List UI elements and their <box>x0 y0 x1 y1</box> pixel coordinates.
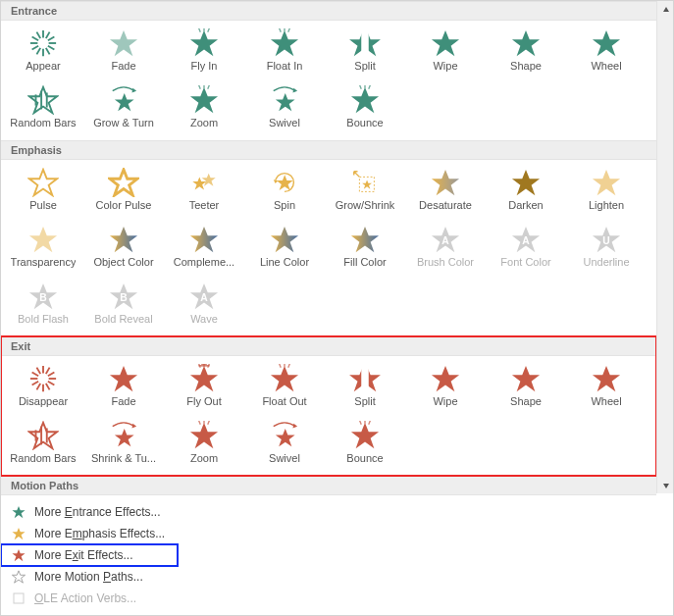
scroll-down-button[interactable] <box>657 477 674 493</box>
emphasis-effect-color-pulse[interactable]: Color Pulse <box>83 164 164 221</box>
effect-label: Random Bars <box>10 452 76 464</box>
star-zoom-icon <box>187 85 221 115</box>
menu-label: More Exit Effects... <box>34 548 133 562</box>
svg-line-24 <box>48 382 54 385</box>
star-solid-icon <box>590 28 623 58</box>
scrollbar-vertical[interactable] <box>656 1 673 493</box>
entrance-effect-appear[interactable]: Appear <box>3 25 83 81</box>
star-swivel-icon <box>268 85 301 115</box>
svg-text:A: A <box>200 292 208 303</box>
exit-effect-wipe[interactable]: Wipe <box>405 360 486 417</box>
svg-line-27 <box>36 384 40 389</box>
section-body-exit: DisappearFadeFly OutFloat OutSplitWipeSh… <box>1 356 656 476</box>
emphasis-effect-spin[interactable]: Spin <box>244 164 325 221</box>
effect-label: Swivel <box>269 117 300 128</box>
emphasis-effect-lighten[interactable]: Lighten <box>566 164 647 221</box>
emphasis-effect-brush-color: ABrush Color <box>405 221 486 278</box>
emphasis-effect-desaturate[interactable]: Desaturate <box>405 164 486 221</box>
svg-rect-47 <box>14 593 24 603</box>
effect-label: Fly In <box>191 60 218 72</box>
exit-effect-swivel[interactable]: Swivel <box>244 417 325 474</box>
star-float-icon <box>268 364 301 393</box>
exit-effect-fly-out[interactable]: Fly Out <box>164 360 244 417</box>
section-exit: ExitDisappearFadeFly OutFloat OutSplitWi… <box>1 336 656 476</box>
emphasis-effect-line-color[interactable]: Line Color <box>244 221 325 278</box>
effect-label: Bounce <box>346 117 383 128</box>
effect-label: Wave <box>190 313 218 325</box>
ole-icon <box>11 590 26 606</box>
emphasis-effect-teeter[interactable]: Teeter <box>164 164 244 221</box>
exit-effect-split[interactable]: Split <box>325 360 405 417</box>
entrance-effect-random-bars[interactable]: Random Bars <box>3 81 83 138</box>
emphasis-effect-grow-shrink[interactable]: Grow/Shrink <box>325 164 405 221</box>
exit-effect-wheel[interactable]: Wheel <box>566 360 647 417</box>
more-effects-2[interactable]: More Exit Effects... <box>1 544 178 566</box>
more-effects-3[interactable]: More Motion Paths... <box>1 566 656 588</box>
effect-label: Disappear <box>19 395 68 407</box>
entrance-effect-split[interactable]: Split <box>325 25 405 81</box>
star-mini-icon <box>11 526 26 541</box>
svg-line-1 <box>48 46 54 50</box>
entrance-effect-bounce[interactable]: Bounce <box>325 81 405 138</box>
effect-label: Underline <box>583 256 629 268</box>
spin-icon <box>268 168 301 197</box>
more-effects-0[interactable]: More Entrance Effects... <box>1 501 656 523</box>
exit-effect-disappear[interactable]: Disappear <box>3 360 83 417</box>
section-body-entrance: AppearFadeFly InFloat InSplitWipeShapeWh… <box>1 21 656 140</box>
effect-label: Bold Reveal <box>94 313 152 325</box>
effect-label: Line Color <box>260 256 309 268</box>
entrance-effect-shape[interactable]: Shape <box>486 25 566 81</box>
effect-label: Wipe <box>433 60 457 72</box>
exit-effect-shrink-tu-[interactable]: Shrink & Tu... <box>83 417 164 474</box>
effect-label: Pulse <box>29 199 57 211</box>
burst-icon <box>26 28 60 58</box>
emphasis-effect-darken[interactable]: Darken <box>486 164 566 221</box>
menu-label: More Motion Paths... <box>34 570 143 584</box>
star-float-icon <box>268 28 301 58</box>
exit-effect-zoom[interactable]: Zoom <box>164 417 244 474</box>
emphasis-effect-pulse[interactable]: Pulse <box>3 164 83 221</box>
exit-effect-bounce[interactable]: Bounce <box>325 417 405 474</box>
more-effects-1[interactable]: More Emphasis Effects... <box>1 523 656 544</box>
star-solid-icon <box>590 364 623 393</box>
star-grad-icon <box>429 168 462 197</box>
effect-label: Teeter <box>189 199 220 211</box>
star-flyout-icon <box>187 364 221 393</box>
exit-effect-shape[interactable]: Shape <box>486 360 566 417</box>
star-bars-icon <box>26 421 60 450</box>
effect-label: Transparency <box>11 256 77 268</box>
entrance-effect-swivel[interactable]: Swivel <box>244 81 325 138</box>
star-outline-bold-icon <box>107 168 140 197</box>
star-grow-icon <box>107 421 140 450</box>
entrance-effect-zoom[interactable]: Zoom <box>164 81 244 138</box>
exit-effect-random-bars[interactable]: Random Bars <box>3 417 83 474</box>
effect-label: Darken <box>508 199 543 211</box>
star-solid-icon <box>509 364 543 393</box>
effect-label: Split <box>354 60 375 72</box>
exit-effect-fade[interactable]: Fade <box>83 360 164 417</box>
entrance-effect-grow-turn[interactable]: Grow & Turn <box>83 81 164 138</box>
emphasis-effect-compleme-[interactable]: Compleme... <box>164 221 244 278</box>
svg-text:U: U <box>602 235 609 246</box>
entrance-effect-wipe[interactable]: Wipe <box>405 25 486 81</box>
star-outline-icon <box>26 168 60 197</box>
star-bounce-icon <box>348 85 382 115</box>
scroll-up-button[interactable] <box>657 1 674 18</box>
effect-label: Zoom <box>190 117 218 128</box>
entrance-effect-float-in[interactable]: Float In <box>244 25 325 81</box>
star-light-icon <box>590 168 623 197</box>
exit-effect-float-out[interactable]: Float Out <box>244 360 325 417</box>
entrance-effect-fly-in[interactable]: Fly In <box>164 25 244 81</box>
menu-label: More Emphasis Effects... <box>34 527 165 540</box>
emphasis-effect-fill-color[interactable]: Fill Color <box>325 221 405 278</box>
section-header-entrance: Entrance <box>1 1 656 21</box>
emphasis-effect-font-color: AFont Color <box>486 221 566 278</box>
svg-line-4 <box>36 48 40 54</box>
emphasis-effect-object-color[interactable]: Object Color <box>83 221 164 278</box>
section-header-emphasis: Emphasis <box>1 140 656 160</box>
emphasis-effect-transparency[interactable]: Transparency <box>3 221 83 278</box>
entrance-effect-wheel[interactable]: Wheel <box>566 25 647 81</box>
entrance-effect-fade[interactable]: Fade <box>83 25 164 81</box>
emphasis-effect-wave: AWave <box>164 278 244 334</box>
effect-label: Wheel <box>591 395 621 407</box>
